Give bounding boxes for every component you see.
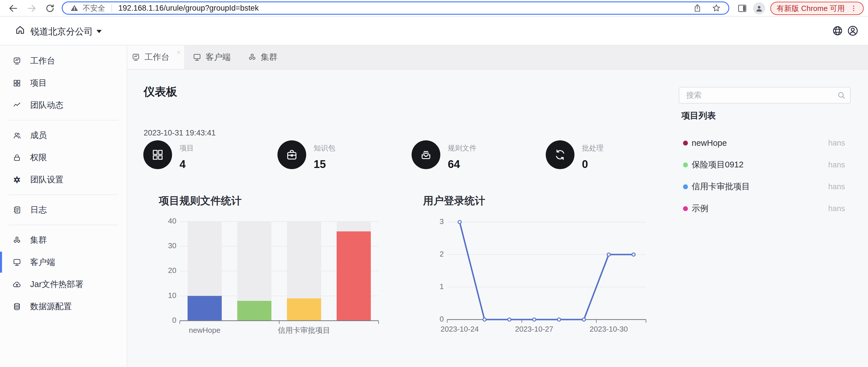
project-color-dot: [683, 141, 688, 145]
url-text[interactable]: 192.168.1.16/urule/group?groupId=bstek: [118, 4, 693, 13]
data-point[interactable]: [607, 253, 610, 256]
project-search: [679, 87, 851, 104]
side-panel-icon[interactable]: [737, 3, 747, 13]
project-row[interactable]: newHopehans: [683, 132, 845, 154]
workspace-title[interactable]: 锐道北京分公司: [30, 26, 93, 38]
tab-close-icon[interactable]: ×: [177, 48, 181, 56]
chrome-update-button[interactable]: 有新版 Chrome 可用: [770, 2, 864, 15]
tab-label: 集群: [261, 52, 277, 63]
user-login-chart: 用户登录统计 01232023-10-242023-10-272023-10-3…: [420, 187, 658, 348]
svg-text:newHope: newHope: [189, 326, 221, 335]
stat-icon-circle: [546, 140, 575, 169]
project-name[interactable]: 信用卡审批项目: [692, 181, 828, 192]
line-series: [460, 222, 633, 319]
stat-icon-circle: [143, 140, 172, 169]
bookmark-star-icon[interactable]: [712, 3, 721, 13]
sidebar-item-label: 团队动态: [30, 100, 63, 111]
sidebar-item-label: Jar文件热部署: [30, 279, 83, 290]
active-indicator: [0, 252, 2, 273]
sidebar-item-label: 客户端: [30, 257, 55, 268]
divider: [112, 4, 112, 12]
svg-text:3: 3: [440, 217, 444, 226]
grid-icon: [151, 148, 164, 161]
sidebar-item-label: 日志: [30, 204, 47, 216]
grid-icon: [13, 79, 21, 87]
sidebar-item-label: 权限: [30, 152, 47, 163]
caret-down-icon[interactable]: [96, 30, 102, 33]
sidebar-item-cluster[interactable]: 集群: [0, 229, 127, 251]
line-chart-title: 用户登录统计: [423, 194, 485, 208]
project-row[interactable]: 保险项目0912hans: [683, 154, 845, 176]
address-bar[interactable]: 不安全 192.168.1.16/urule/group?groupId=bst…: [62, 1, 729, 15]
search-icon[interactable]: [837, 91, 846, 100]
project-rule-files-chart: 项目规则文件统计 010203040newHope信用卡审批项目: [155, 187, 391, 348]
tab-workbench[interactable]: 工作台×: [127, 46, 184, 69]
data-point[interactable]: [582, 318, 585, 321]
page-title: 仪表板: [144, 84, 177, 100]
sidebar-divider: [8, 194, 119, 195]
stat-label: 批处理: [582, 143, 603, 153]
back-icon[interactable]: [8, 3, 19, 13]
stat-label: 规则文件: [448, 143, 476, 153]
project-list-title: 项目列表: [681, 110, 716, 122]
stat-value: 0: [582, 158, 588, 171]
sidebar-item-permissions[interactable]: 权限: [0, 146, 127, 169]
bar[interactable]: [287, 298, 321, 321]
bar[interactable]: [237, 301, 272, 321]
database-icon: [13, 302, 21, 311]
project-row[interactable]: 示例hans: [683, 198, 845, 220]
sidebar-item-projects[interactable]: 项目: [0, 72, 127, 94]
bar-chart-plot: 010203040newHope信用卡审批项目: [155, 187, 391, 349]
share-icon[interactable]: [693, 3, 702, 13]
project-name[interactable]: 示例: [692, 203, 828, 214]
stat-batch: 批处理0: [546, 140, 666, 169]
tab-client[interactable]: 客户端: [184, 46, 239, 69]
sidebar-item-workbench[interactable]: 工作台: [0, 50, 127, 72]
tab-cluster[interactable]: 集群: [239, 46, 286, 69]
sidebar-item-label: 集群: [30, 234, 47, 246]
sidebar: 工作台项目团队动态成员权限团队设置日志集群客户端Jar文件热部署数据源配置: [0, 46, 127, 367]
svg-text:0: 0: [172, 316, 176, 324]
stat-projects: 项目4: [143, 140, 264, 169]
project-name[interactable]: 保险项目0912: [692, 159, 828, 171]
globe-icon[interactable]: [832, 25, 843, 36]
sidebar-divider: [8, 120, 119, 120]
data-point[interactable]: [558, 318, 561, 321]
home-icon[interactable]: [15, 25, 25, 35]
sidebar-divider: [8, 225, 119, 225]
sidebar-item-jar-deploy[interactable]: Jar文件热部署: [0, 273, 127, 295]
stat-value: 15: [314, 158, 326, 171]
sidebar-item-logs[interactable]: 日志: [0, 199, 127, 221]
sidebar-item-team-activity[interactable]: 团队动态: [0, 94, 127, 116]
project-row[interactable]: 信用卡审批项目hans: [683, 176, 845, 198]
sidebar-item-client[interactable]: 客户端: [0, 251, 127, 273]
search-input[interactable]: [679, 87, 851, 104]
data-point[interactable]: [483, 318, 486, 321]
data-point[interactable]: [532, 318, 536, 321]
sidebar-item-members[interactable]: 成员: [0, 124, 127, 146]
sidebar-item-team-settings[interactable]: 团队设置: [0, 169, 127, 191]
kebab-menu-icon[interactable]: [850, 5, 857, 12]
trend-icon: [13, 101, 21, 110]
data-point[interactable]: [508, 318, 511, 321]
tab-label: 工作台: [145, 52, 169, 63]
security-label[interactable]: 不安全: [83, 3, 105, 13]
forward-icon[interactable]: [26, 3, 37, 13]
profile-avatar[interactable]: [753, 2, 765, 15]
dashboard-timestamp: 2023-10-31 19:43:41: [144, 129, 216, 138]
tab-bar: 工作台×客户端集群: [127, 46, 868, 69]
reload-icon[interactable]: [45, 3, 55, 13]
project-name[interactable]: newHope: [692, 138, 828, 148]
bar[interactable]: [337, 231, 371, 321]
svg-text:2023-10-27: 2023-10-27: [515, 325, 553, 333]
bar[interactable]: [188, 296, 222, 321]
data-point[interactable]: [632, 253, 635, 256]
lock-icon: [13, 153, 21, 162]
sidebar-item-datasource[interactable]: 数据源配置: [0, 295, 127, 317]
sidebar-item-label: 工作台: [30, 55, 55, 67]
stat-value: 64: [448, 158, 460, 171]
user-icon[interactable]: [847, 25, 859, 36]
data-point[interactable]: [458, 221, 461, 224]
stat-icon-circle: [277, 140, 306, 169]
stat-value: 4: [180, 158, 186, 171]
